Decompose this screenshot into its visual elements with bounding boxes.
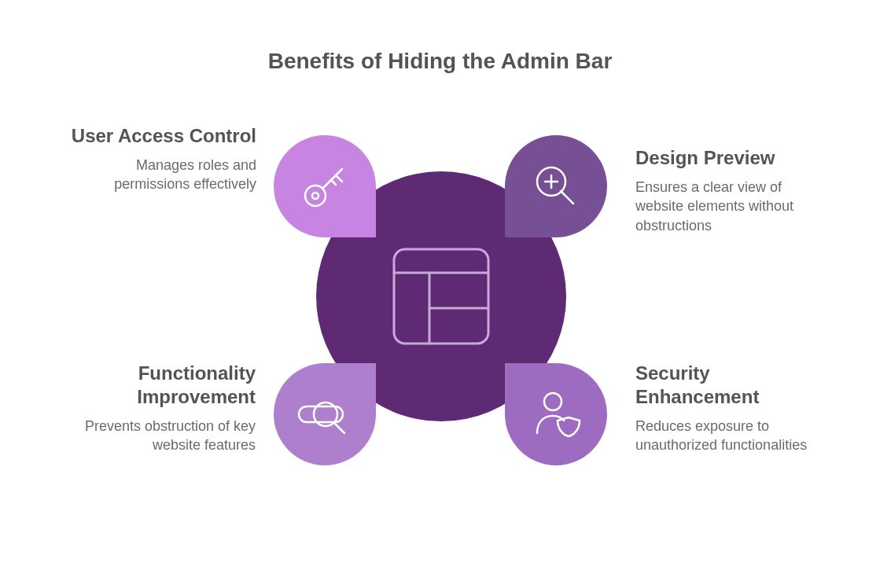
layout-grid-icon — [386, 241, 496, 351]
user-shield-icon — [528, 386, 584, 443]
desc-security: Reduces exposure to unauthorized functio… — [635, 417, 816, 455]
desc-user-access: Manages roles and permissions effectivel… — [63, 156, 256, 194]
svg-line-15 — [334, 423, 344, 433]
desc-design-preview: Ensures a clear view of website elements… — [635, 178, 816, 235]
svg-line-7 — [336, 175, 342, 182]
zoom-in-icon — [528, 158, 584, 215]
desc-functionality: Prevents obstruction of key website feat… — [51, 417, 256, 455]
svg-point-17 — [544, 393, 562, 410]
diagram-title: Benefits of Hiding the Admin Bar — [0, 49, 880, 74]
title-user-access: User Access Control — [63, 124, 256, 148]
title-security: Security Enhancement — [635, 362, 816, 409]
title-functionality: Functionality Improvement — [51, 362, 256, 409]
text-design-preview: Design Preview Ensures a clear view of w… — [635, 146, 816, 235]
svg-point-16 — [321, 410, 330, 419]
petal-design-preview — [505, 135, 607, 237]
title-design-preview: Design Preview — [635, 146, 816, 170]
petal-user-access — [274, 135, 376, 237]
svg-point-5 — [312, 193, 318, 199]
key-icon — [296, 158, 353, 215]
text-security: Security Enhancement Reduces exposure to… — [635, 362, 816, 455]
petal-functionality — [274, 363, 376, 465]
svg-rect-0 — [394, 249, 488, 344]
svg-line-10 — [561, 191, 573, 204]
feature-search-icon — [294, 394, 355, 435]
petal-security — [505, 363, 607, 465]
svg-line-8 — [331, 180, 336, 185]
text-functionality: Functionality Improvement Prevents obstr… — [51, 362, 256, 455]
text-user-access: User Access Control Manages roles and pe… — [63, 124, 256, 194]
